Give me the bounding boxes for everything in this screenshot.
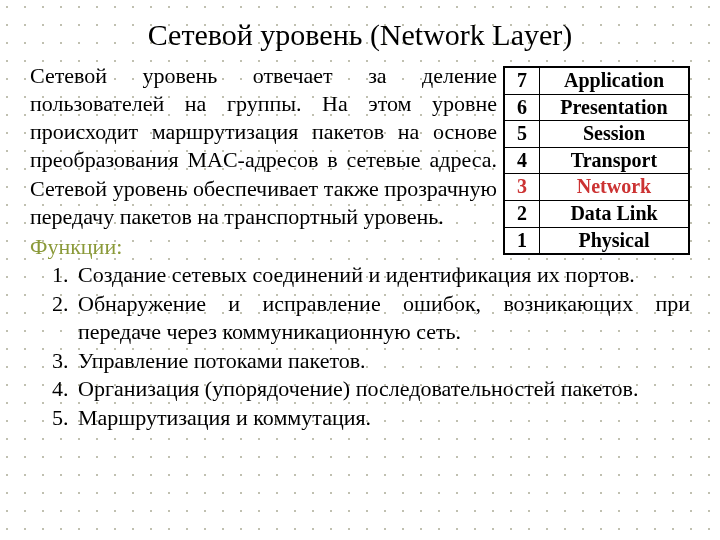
- osi-name: Session: [540, 121, 690, 148]
- osi-num: 3: [504, 174, 540, 201]
- osi-num: 5: [504, 121, 540, 148]
- table-row: 6 Presentation: [504, 94, 689, 121]
- table-row: 7 Application: [504, 67, 689, 94]
- osi-tbody: 7 Application 6 Presentation 5 Session 4…: [504, 67, 689, 254]
- osi-name: Presentation: [540, 94, 690, 121]
- list-item: Организация (упорядочение) последователь…: [74, 375, 690, 404]
- slide: Сетевой уровень (Network Layer) 7 Applic…: [0, 0, 720, 433]
- osi-name: Data Link: [540, 200, 690, 227]
- list-item: Маршрутизация и коммутация.: [74, 404, 690, 433]
- osi-name: Physical: [540, 227, 690, 254]
- osi-name: Application: [540, 67, 690, 94]
- table-row: 2 Data Link: [504, 200, 689, 227]
- osi-layers-table: 7 Application 6 Presentation 5 Session 4…: [503, 66, 690, 255]
- osi-name: Network: [540, 174, 690, 201]
- table-row: 3 Network: [504, 174, 689, 201]
- table-row: 5 Session: [504, 121, 689, 148]
- content-area: 7 Application 6 Presentation 5 Session 4…: [30, 62, 690, 433]
- osi-name: Transport: [540, 147, 690, 174]
- functions-list: Создание сетевых соединений и идентифика…: [30, 261, 690, 433]
- osi-num: 4: [504, 147, 540, 174]
- list-item: Управление потоками пакетов.: [74, 347, 690, 376]
- table-row: 1 Physical: [504, 227, 689, 254]
- page-title: Сетевой уровень (Network Layer): [30, 18, 690, 52]
- table-row: 4 Transport: [504, 147, 689, 174]
- list-item: Создание сетевых соединений и идентифика…: [74, 261, 690, 290]
- list-item: Обнаружение и исправление ошибок, возник…: [74, 290, 690, 347]
- paragraph-block: 7 Application 6 Presentation 5 Session 4…: [30, 62, 690, 433]
- osi-num: 1: [504, 227, 540, 254]
- osi-num: 6: [504, 94, 540, 121]
- osi-num: 7: [504, 67, 540, 94]
- osi-num: 2: [504, 200, 540, 227]
